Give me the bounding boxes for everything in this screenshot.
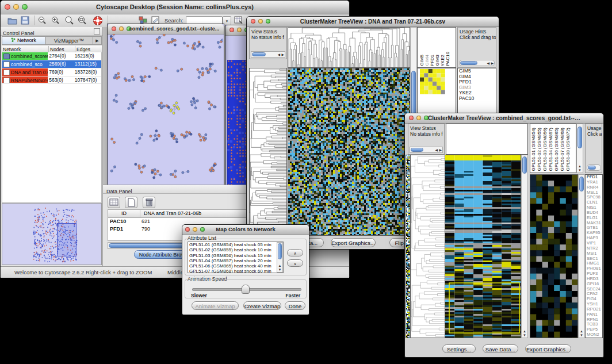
network-list-empty-area <box>2 83 102 203</box>
tv2-usage-hints-panel: Usage HintsClick and <box>585 124 602 173</box>
network-edges-count: 183728(0) <box>74 68 101 76</box>
zoom-button[interactable] <box>200 227 205 232</box>
done-button[interactable]: Done <box>285 301 305 310</box>
tab-overflow-arrow[interactable]: ▶ <box>93 37 101 44</box>
minimize-button[interactable] <box>13 4 19 10</box>
tab-vizmapper[interactable]: VizMapper™ <box>45 37 93 44</box>
close-button[interactable] <box>112 26 116 31</box>
tv1-main-heatmap[interactable] <box>288 68 410 236</box>
tv1-column-dendrogram[interactable] <box>288 27 410 68</box>
tv2-labels-vscrollbar[interactable]: ▲▼ <box>576 124 583 173</box>
tv2-row-dendrogram[interactable] <box>410 155 445 338</box>
minimize-button[interactable] <box>119 26 124 31</box>
network-graph-canvas[interactable] <box>108 34 223 206</box>
tv1-export-graphics-button[interactable]: Export Graphics... <box>331 238 376 247</box>
save-icon[interactable] <box>21 16 29 25</box>
zoom-out-icon[interactable] <box>37 16 47 25</box>
tv2-vscrollbar[interactable]: ▲▼ <box>521 155 528 338</box>
control-panel-title: Control Panel <box>1 30 35 36</box>
animate-vizmap-button[interactable]: Animate Vizmap <box>192 301 239 310</box>
select-attributes-icon[interactable] <box>108 197 120 208</box>
attribute-item[interactable]: GPL51-04 (GSM857) heat shock 20 min <box>188 258 283 263</box>
delete-attribute-icon[interactable] <box>143 197 155 208</box>
search-options-icon[interactable] <box>234 16 243 25</box>
search-label: Search: <box>165 17 183 24</box>
attribute-list-scrollbar[interactable]: ▲▼ <box>277 242 283 273</box>
network-list-row[interactable]: DNA and Tran 07 769(0) 183728(0) <box>2 68 101 76</box>
speed-slider-thumb[interactable] <box>242 285 250 294</box>
tv2-zoom-heatmap[interactable] <box>530 174 578 338</box>
row-id: PAC10 <box>108 218 140 225</box>
help-lifering-icon[interactable] <box>93 16 103 26</box>
main-titlebar[interactable]: Cytoscape Desktop (Session Name: collins… <box>1 1 349 14</box>
view-status-text: No status info f <box>251 35 284 40</box>
view-status-label: View Status <box>251 29 277 35</box>
float-panel-icon[interactable] <box>94 28 100 35</box>
zoom-in-icon[interactable] <box>51 16 60 25</box>
tv2-status-scrollbar[interactable]: ◀▶ <box>410 147 443 153</box>
network-name: combined_sco <box>11 62 43 67</box>
tv2-save-data-button[interactable]: Save Data... <box>483 344 518 353</box>
column-label[interactable]: PAC10 <box>446 52 451 66</box>
column-label[interactable]: GPL51-08 (GSM872) <box>566 128 572 171</box>
control-panel-tabs: Network VizMapper™ ▶ <box>2 36 102 45</box>
animation-speed-group: Slower Faster <box>185 279 307 298</box>
minimize-button[interactable] <box>416 116 421 120</box>
tv2-export-graphics-button[interactable]: Export Graphics... <box>525 344 571 353</box>
network-view-titlebar[interactable]: combined_scores_good.txt--cluste... <box>108 24 224 35</box>
network-nodes-count: 2764(0) <box>48 52 73 60</box>
tv1-row-dendrogram[interactable] <box>249 68 287 236</box>
row-id: PFD1 <box>108 225 140 233</box>
minimize-button[interactable] <box>193 227 197 232</box>
close-button[interactable] <box>251 19 255 24</box>
gene-label[interactable]: PAC10 <box>458 96 496 102</box>
usage-hints-text: Click and drag to <box>460 35 496 40</box>
usage-hints-text: Click and <box>587 131 602 137</box>
attribute-item[interactable]: GPL51-03 (GSM856) heat shock 15 min <box>188 253 283 258</box>
close-button[interactable] <box>5 4 10 10</box>
move-down-button[interactable]: ∨ <box>287 259 303 267</box>
dialog-titlebar[interactable]: Map Colors to Network <box>182 225 309 235</box>
tv1-usage-scrollbar[interactable]: ◀▶ <box>459 60 495 66</box>
tv1-yellow-matrix[interactable] <box>420 69 445 94</box>
tab-network[interactable]: Network <box>2 37 45 44</box>
network-overview-thumbnail <box>2 204 102 265</box>
network-overview-panel[interactable] <box>2 203 102 265</box>
tv2-zoom-vscrollbar[interactable]: ▲▼ <box>578 174 585 338</box>
create-vizmap-button[interactable]: Create Vizmap <box>243 301 281 310</box>
tv2-settings-button[interactable]: Settings... <box>442 344 476 353</box>
attribute-list[interactable]: GPL51-01 (GSM854) heat shock 05 minGPL51… <box>188 242 284 273</box>
close-button[interactable] <box>230 28 234 32</box>
move-up-button[interactable]: ∧ <box>287 249 303 256</box>
minimize-button[interactable] <box>237 28 242 32</box>
network-list-row[interactable]: combined_sco 2569(6) 13112(15) <box>2 60 101 68</box>
open-file-icon[interactable] <box>7 16 17 25</box>
id-column-header[interactable]: ID <box>108 210 140 217</box>
treeview1-titlebar[interactable]: ClusterMaker TreeView : DNA and Tran 07-… <box>247 17 499 27</box>
overview-viewport-rect[interactable] <box>57 223 76 256</box>
desktop: Cytoscape Desktop (Session Name: collins… <box>0 0 612 364</box>
treeview2-title: ClusterMaker TreeView : combined_scores_… <box>428 115 580 121</box>
attribute-item[interactable]: GPL51-07 (GSM868) heat shock 60 min <box>188 269 283 273</box>
network-type-icon <box>3 70 10 75</box>
tv2-column-dendrogram[interactable] <box>446 124 528 155</box>
network-name: DNA and Tran 07 <box>11 70 48 75</box>
zoom-selected-icon[interactable] <box>64 16 75 25</box>
close-button[interactable] <box>185 227 190 232</box>
network-table-header: NetworkNodesEdges <box>2 46 102 52</box>
tv2-main-heatmap[interactable] <box>445 155 521 338</box>
tv2-usage-scrollbar[interactable] <box>587 164 601 171</box>
close-button[interactable] <box>409 116 414 120</box>
minimize-button[interactable] <box>258 19 263 24</box>
tv1-status-scrollbar[interactable]: ◀▶ <box>251 51 285 58</box>
usage-hints-label: Usage Hints <box>587 125 602 131</box>
network-list-row[interactable]: combined_scores 2764(0) 16218(0) <box>2 52 101 60</box>
new-attribute-icon[interactable] <box>125 197 137 208</box>
attribute-item[interactable]: GPL51-02 (GSM855) heat shock 10 min <box>188 247 283 252</box>
data-panel-toolbar <box>108 197 158 210</box>
zoom-fit-icon[interactable] <box>77 16 87 25</box>
attribute-item[interactable]: GPL51-01 (GSM854) heat shock 05 min <box>188 242 283 247</box>
attribute-item[interactable]: GPL51-06 (GSM865) heat shock 40 min <box>188 263 283 269</box>
treeview2-titlebar[interactable]: ClusterMaker TreeView : combined_scores_… <box>405 113 603 124</box>
gene-label[interactable]: MON2 <box>586 332 602 338</box>
